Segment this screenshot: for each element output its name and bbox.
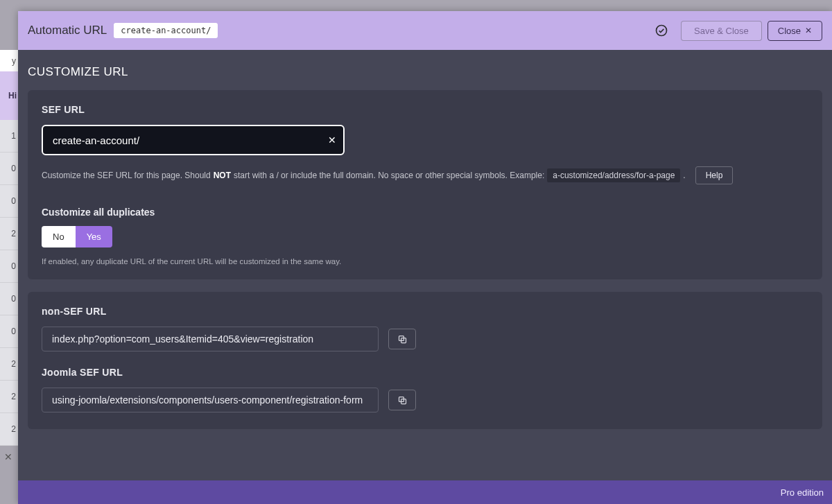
bg-cell: 0 (0, 250, 18, 283)
bg-cell: 2 (0, 381, 18, 413)
panel-header: Automatic URL create-an-account/ Save & … (18, 11, 832, 50)
hint-text: Customize the SEF URL for this page. Sho… (42, 171, 211, 180)
sef-url-input[interactable] (42, 125, 345, 155)
sef-url-card: SEF URL ✕ Customize the SEF URL for this… (28, 90, 822, 279)
bg-cell: 0 (0, 153, 18, 185)
duplicates-label: Customize all duplicates (42, 207, 808, 218)
settings-panel: Automatic URL create-an-account/ Save & … (18, 11, 832, 504)
bg-cell: 0 (0, 315, 18, 348)
help-button[interactable]: Help (695, 166, 734, 184)
bg-top-cell-2: Hi (0, 71, 18, 120)
footer-bar: Pro edition (18, 480, 832, 504)
urls-card: non-SEF URL index.php?option=com_users&I… (28, 292, 822, 429)
close-button[interactable]: Close ✕ (768, 21, 822, 41)
bg-cell: 2 (0, 218, 18, 250)
duplicates-no-button[interactable]: No (42, 226, 76, 247)
duplicates-yes-button[interactable]: Yes (76, 226, 112, 247)
copy-joomla-sef-button[interactable] (388, 390, 416, 410)
bg-cell: 0 (0, 283, 18, 315)
copy-icon (397, 334, 408, 345)
bg-cell: 2 (0, 413, 18, 446)
close-button-label: Close (778, 26, 801, 36)
save-and-close-button[interactable]: Save & Close (681, 21, 762, 41)
duplicates-toggle: No Yes (42, 226, 112, 247)
hint-text: . (683, 171, 685, 180)
hint-example-code: a-customized/address/for-a-page (547, 168, 680, 182)
copy-nonsef-button[interactable] (388, 329, 416, 349)
bg-top-cell-1: y (0, 50, 18, 71)
sef-url-hint: Customize the SEF URL for this page. Sho… (42, 166, 808, 184)
nonsef-label: non-SEF URL (42, 306, 808, 317)
status-ok-icon (655, 24, 668, 37)
copy-icon (397, 395, 408, 406)
sef-url-label: SEF URL (42, 104, 808, 115)
hint-not: NOT (214, 171, 231, 180)
bg-close-icon[interactable]: ✕ (3, 451, 14, 462)
clear-input-icon[interactable]: ✕ (328, 134, 336, 146)
bg-cell: 1 (0, 120, 18, 153)
bg-cell: 0 (0, 185, 18, 218)
footer-edition: Pro edition (781, 487, 824, 498)
header-title: Automatic URL (28, 24, 107, 37)
joomla-sef-label: Joomla SEF URL (42, 367, 808, 378)
svg-point-0 (656, 26, 666, 36)
header-url-chip: create-an-account/ (114, 23, 218, 38)
bg-cell: 2 (0, 348, 18, 381)
nonsef-value[interactable]: index.php?option=com_users&Itemid=405&vi… (42, 327, 379, 351)
section-title: CUSTOMIZE URL (18, 50, 832, 90)
close-icon: ✕ (805, 26, 812, 35)
duplicates-hint: If enabled, any duplicate URL of the cur… (42, 257, 808, 266)
joomla-sef-value[interactable]: using-joomla/extensions/components/users… (42, 388, 379, 412)
hint-text: start with a / or include the full domai… (234, 171, 544, 180)
